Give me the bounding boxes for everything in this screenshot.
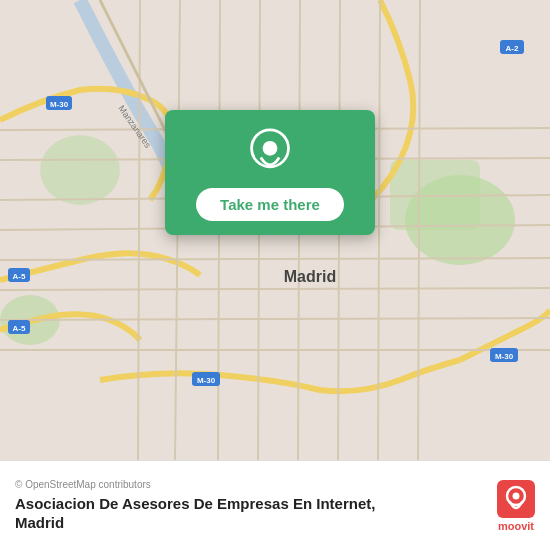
svg-text:M-30: M-30: [50, 100, 69, 109]
bottom-bar: © OpenStreetMap contributors Asociacion …: [0, 460, 550, 550]
location-card: Take me there: [165, 110, 375, 235]
svg-text:M-30: M-30: [495, 352, 514, 361]
svg-point-37: [263, 141, 278, 156]
svg-text:A-2: A-2: [506, 44, 519, 53]
svg-text:A-5: A-5: [13, 324, 26, 333]
moovit-text: moovit: [498, 520, 534, 532]
map-attribution: © OpenStreetMap contributors: [15, 479, 485, 490]
take-me-there-button[interactable]: Take me there: [196, 188, 344, 221]
moovit-icon: [497, 480, 535, 518]
map-container: M-30 A-2 A-5 A-5 M-30 M-30 Madrid Manzan…: [0, 0, 550, 460]
moovit-logo[interactable]: moovit: [497, 480, 535, 532]
svg-point-41: [513, 492, 520, 499]
svg-text:A-5: A-5: [13, 272, 26, 281]
svg-text:M-30: M-30: [197, 376, 216, 385]
app: M-30 A-2 A-5 A-5 M-30 M-30 Madrid Manzan…: [0, 0, 550, 550]
svg-point-3: [40, 135, 120, 205]
bottom-bar-content: © OpenStreetMap contributors Asociacion …: [15, 479, 485, 533]
svg-text:Madrid: Madrid: [284, 268, 336, 285]
pin-icon: [246, 128, 294, 176]
location-name: Asociacion De Asesores De Empresas En In…: [15, 494, 485, 533]
